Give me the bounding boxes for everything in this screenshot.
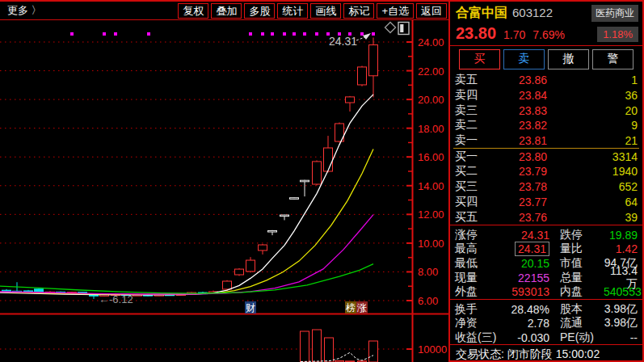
stat-row: 现量22155总量113.4万 (455, 271, 638, 285)
level-volume: 39 (547, 211, 638, 224)
ma-green (0, 264, 373, 293)
stat-value: 3.98亿 (604, 316, 638, 330)
stat-value-text: 24.31 (521, 229, 549, 242)
trade-button-buy[interactable]: 买 (459, 49, 500, 69)
trade-button-sell[interactable]: 卖 (503, 49, 545, 69)
candle-body (324, 148, 333, 171)
more-menu[interactable]: 更多 〉 (0, 3, 42, 18)
stat-value-text: 24.31 (515, 242, 549, 256)
stat-label: 最高 (455, 242, 505, 256)
toolbar-buttons: 复权叠加多股统计画线标记+自选返回 (178, 3, 448, 19)
y-axis-label: 12.00 (418, 208, 444, 221)
candle-body (358, 67, 367, 85)
ask-row[interactable]: 卖二23.829 (455, 118, 638, 133)
level-label: 买二 (455, 164, 490, 179)
candlestick-chart[interactable]: 24.0022.0020.0018.0016.0014.0012.0010.00… (0, 0, 449, 362)
price-header: 23.801.707.69% 1.18% (456, 24, 639, 44)
candle-body (301, 180, 309, 182)
level-price: 23.84 (490, 89, 547, 102)
stat-row: 涨停24.31跌停19.89 (455, 228, 638, 242)
level-price: 23.79 (490, 165, 547, 178)
ask-row[interactable]: 卖五23.861 (455, 73, 638, 88)
trade-button-alert[interactable]: 警 (592, 49, 633, 69)
level-label: 买一 (455, 149, 490, 164)
stat-label: 股本 (560, 302, 604, 317)
level-label: 卖二 (455, 118, 490, 133)
ask-row[interactable]: 卖三23.8320 (455, 103, 638, 118)
panel-toggle-icon[interactable] (398, 23, 409, 35)
level-price: 23.77 (490, 196, 547, 208)
stat-label: 流通 (560, 316, 604, 330)
level-price: 23.83 (490, 104, 547, 117)
bid-row[interactable]: 买四23.7764 (455, 195, 638, 210)
order-book: 卖五23.861卖四23.8436卖三23.8320卖二23.829卖一23.8… (455, 73, 638, 225)
stat-label: 内盘 (560, 284, 604, 299)
candle-body (268, 230, 277, 232)
bid-row[interactable]: 买三23.78652 (455, 179, 638, 195)
volume-axis-label: 10000 (418, 343, 447, 356)
level-price: 23.81 (490, 134, 547, 147)
level-label: 卖五 (455, 73, 490, 87)
limit-up-dot (283, 32, 286, 36)
stat-label: 净资 (455, 316, 505, 330)
stat-label: 总量 (560, 271, 604, 285)
ask-row[interactable]: 卖四23.8436 (455, 88, 638, 103)
stat-label: 跌停 (560, 228, 604, 242)
bid-row[interactable]: 买二23.791940 (455, 164, 638, 179)
stat-value: 24.31 (505, 242, 549, 255)
volume-bar (301, 331, 309, 362)
toolbar-button[interactable]: +自选 (377, 3, 414, 19)
level-volume: 9 (547, 119, 638, 132)
level-label: 卖三 (455, 103, 490, 118)
limit-up-dot (271, 32, 274, 36)
ask-row[interactable]: 卖一23.8121 (455, 133, 638, 149)
quote-panel: 合富中国603122 医药商业 23.801.707.69% 1.18% 买卖撤… (448, 0, 644, 362)
stat-row: 最高24.31量比1.42 (455, 242, 638, 257)
stat-value: 3.98亿 (604, 302, 638, 317)
stock-name: 合富中国 (456, 6, 507, 19)
annotation-arrowhead (363, 33, 371, 40)
stat-row: 净资2.78流通3.98亿 (455, 317, 638, 331)
divider (450, 225, 642, 225)
level-volume: 21 (547, 134, 638, 147)
stat-label: 现量 (455, 271, 505, 285)
stock-header: 合富中国603122 医药商业 (456, 5, 639, 24)
limit-up-dot (114, 32, 117, 36)
stat-label: 收益(三) (455, 330, 505, 345)
industry-badge[interactable]: 医药商业 (591, 5, 638, 22)
level-volume: 20 (547, 104, 638, 117)
price-change-pct: 7.69% (532, 28, 565, 41)
toolbar-button[interactable]: 多股 (244, 3, 275, 19)
bid-row[interactable]: 买五23.7639 (455, 209, 638, 225)
toolbar-button[interactable]: 标记 (343, 3, 374, 19)
level-price: 23.78 (490, 180, 547, 193)
candle-body (246, 260, 255, 272)
y-axis-label: 24.00 (418, 36, 444, 48)
volume-ma-line (301, 352, 373, 361)
stat-row: 收益(三)-0.030PE(动)-- (455, 330, 638, 345)
level-label: 卖四 (455, 88, 490, 103)
watermark-text: 榜 (345, 302, 356, 314)
trade-button-cancel[interactable]: 撤 (548, 49, 589, 69)
toolbar-button[interactable]: 统计 (277, 3, 308, 19)
level-volume: 64 (547, 196, 638, 208)
candle-body (259, 245, 267, 250)
limit-up-dot (70, 32, 74, 36)
stat-value-text: -0.030 (517, 331, 549, 344)
level-label: 买三 (455, 179, 490, 194)
toolbar-button[interactable]: 画线 (310, 3, 341, 19)
toolbar-button[interactable]: 复权 (178, 3, 208, 19)
toolbar-button[interactable]: 返回 (416, 3, 447, 19)
low-price-annotation: ←-6.12 (99, 293, 133, 305)
stock-code: 603122 (512, 6, 553, 19)
industry-change-pct[interactable]: 1.18% (597, 27, 638, 42)
stats-grid: 涨停24.31跌停19.89最高24.31量比1.42最低20.15市值94.7… (455, 228, 638, 299)
stat-label: 外盘 (455, 284, 505, 299)
bid-row[interactable]: 买一23.803314 (455, 149, 638, 164)
divider (450, 344, 642, 345)
toolbar-button[interactable]: 叠加 (211, 3, 242, 19)
stat-value-text: 593013 (511, 285, 549, 298)
y-axis-label: 6.00 (418, 295, 438, 307)
diamond-marker-icon[interactable] (385, 23, 396, 33)
level-volume: 1 (547, 74, 638, 86)
